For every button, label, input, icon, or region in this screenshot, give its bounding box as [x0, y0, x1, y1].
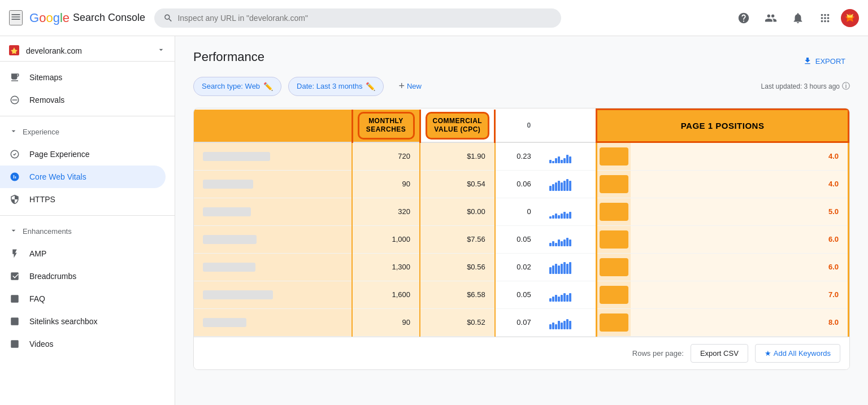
sidebar-item-https[interactable]: HTTPS	[0, 188, 166, 211]
td-trend	[540, 281, 597, 308]
trend-bar	[552, 323, 554, 329]
th-page1-positions: PAGE 1 POSITIONS	[597, 110, 849, 142]
td-keyword	[194, 253, 352, 281]
enhancements-section-header[interactable]: Enhancements	[0, 220, 175, 242]
add-all-keywords-button[interactable]: ★ Add All Keywords	[755, 344, 840, 363]
url-search-bar[interactable]	[154, 8, 561, 28]
sidebar-item-core-web-vitals[interactable]: Core Web Vitals	[0, 166, 166, 188]
date-range-filter[interactable]: Date: Last 3 months ✏️	[288, 77, 384, 96]
menu-icon[interactable]	[9, 10, 23, 25]
trend-bar	[549, 186, 552, 191]
table-row: 720 $1.90 0.23 4.0	[194, 142, 849, 171]
trend-bar	[563, 262, 566, 274]
td-page1-value: 6.0	[631, 253, 849, 281]
trend-bar	[566, 238, 568, 246]
trend-chart	[549, 177, 587, 191]
trend-bar	[552, 184, 554, 191]
monthly-searches-header: MONTHLY SEARCHES	[358, 112, 415, 140]
sidebar-item-page-experience[interactable]: Page Experience	[0, 143, 166, 166]
site-selector[interactable]: develorank.com	[0, 41, 175, 62]
edit-icon: ✏️	[263, 82, 273, 91]
sidebar-item-page-experience-label: Page Experience	[29, 150, 90, 159]
trend-bar	[566, 264, 568, 274]
td-trend	[540, 198, 597, 225]
trend-chart	[549, 288, 587, 302]
new-filter-button[interactable]: + New	[390, 76, 429, 97]
trend-bar	[569, 181, 571, 191]
trend-bar	[549, 243, 552, 246]
td-keyword	[194, 281, 352, 308]
google-wordmark: Google	[29, 11, 70, 25]
sidebar-item-breadcrumbs-label: Breadcrumbs	[29, 272, 76, 281]
trend-bar	[561, 241, 563, 246]
experience-section-label: Experience	[23, 128, 59, 136]
sidebar-item-https-label: HTTPS	[29, 195, 55, 204]
trend-bar	[563, 293, 566, 302]
trend-bar	[552, 297, 554, 302]
app-layout: develorank.com Sitemaps Remo	[0, 36, 868, 405]
td-keyword	[194, 198, 352, 225]
trend-bar	[569, 239, 571, 246]
trend-bar	[561, 323, 563, 329]
td-searches: 90	[352, 308, 420, 336]
trend-bar	[561, 264, 563, 274]
trend-bar	[558, 156, 560, 163]
td-page1-bar	[597, 198, 631, 225]
trend-bar	[555, 182, 557, 191]
th-commercial-value: COMMERCIAL VALUE (CPC)	[420, 110, 495, 142]
td-trend	[540, 225, 597, 253]
sidebar-item-breadcrumbs[interactable]: Breadcrumbs	[0, 265, 166, 288]
url-search-input[interactable]	[177, 14, 552, 23]
amp-icon	[9, 248, 20, 259]
trend-bar	[552, 161, 554, 163]
table-row: 90 $0.52 0.07 8.0	[194, 308, 849, 336]
trend-bar	[566, 214, 568, 219]
trend-bar	[552, 265, 554, 274]
sidebar-item-sitemaps[interactable]: Sitemaps	[0, 66, 166, 89]
sidebar-item-sitemaps-label: Sitemaps	[29, 73, 62, 82]
avatar[interactable]	[841, 9, 859, 27]
sidebar-item-faq-label: FAQ	[29, 294, 45, 303]
trend-bar	[558, 215, 560, 219]
td-page1-value: 4.0	[631, 142, 849, 171]
app-logo: Google Search Console	[29, 11, 145, 25]
sidebar-item-faq[interactable]: FAQ	[0, 288, 166, 310]
td-cpc: $6.58	[420, 281, 495, 308]
product-name: Search Console	[73, 12, 145, 24]
table-scroll[interactable]: MONTHLY SEARCHES COMMERCIAL VALUE (CPC)	[194, 108, 849, 337]
sidebar-item-sitelinks-searchbox[interactable]: Sitelinks searchbox	[0, 310, 166, 333]
trend-bar	[549, 160, 552, 163]
trend-bar	[563, 212, 566, 219]
trend-chart	[549, 316, 587, 329]
sidebar-item-sitelinks-searchbox-label: Sitelinks searchbox	[29, 317, 98, 326]
td-page1-bar	[597, 170, 631, 198]
trend-bar	[561, 160, 563, 163]
help-icon[interactable]	[732, 7, 755, 29]
users-icon[interactable]	[760, 7, 782, 29]
trend-bar	[552, 215, 554, 219]
trend-bar	[569, 293, 571, 302]
td-page1-bar	[597, 225, 631, 253]
breadcrumbs-icon	[9, 271, 20, 282]
td-cpc: $0.56	[420, 253, 495, 281]
sidebar-item-videos[interactable]: Videos	[0, 333, 166, 355]
trend-bar	[558, 239, 560, 246]
sidebar-item-removals-label: Removals	[29, 95, 64, 104]
trend-bar	[563, 321, 566, 329]
export-button[interactable]: EXPORT	[794, 52, 854, 70]
td-keyword	[194, 170, 352, 198]
search-type-filter[interactable]: Search type: Web ✏️	[193, 77, 281, 96]
trend-bar	[569, 212, 571, 219]
trend-bar	[563, 239, 566, 246]
table-footer: Rows per page: Export CSV ★ Add All Keyw…	[194, 337, 849, 369]
td-cpc: $7.56	[420, 225, 495, 253]
trend-bar	[566, 179, 568, 191]
https-icon	[9, 194, 20, 205]
export-csv-button[interactable]: Export CSV	[691, 344, 748, 363]
sidebar-item-removals[interactable]: Removals	[0, 89, 166, 111]
experience-section-header[interactable]: Experience	[0, 121, 175, 143]
toolbar: Search type: Web ✏️ Date: Last 3 months …	[193, 76, 850, 97]
notifications-icon[interactable]	[787, 7, 809, 29]
apps-grid-icon[interactable]	[814, 7, 836, 29]
sidebar-item-amp[interactable]: AMP	[0, 242, 166, 265]
